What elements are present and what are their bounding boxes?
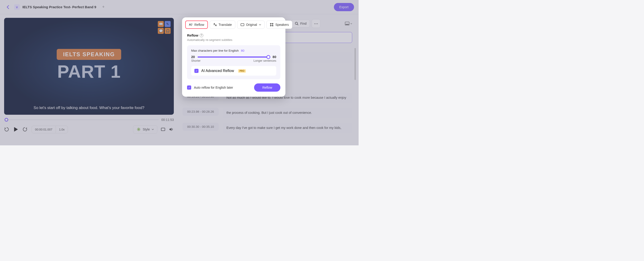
video-badge-chat-icon: 💬 bbox=[158, 28, 164, 34]
auto-reflow-label: Auto reflow for English later bbox=[194, 86, 233, 89]
svg-rect-0 bbox=[161, 128, 165, 131]
subtitle-row[interactable]: 00:23.98 - 00:28.26 the process of cooki… bbox=[182, 108, 352, 118]
help-icon[interactable]: ? bbox=[200, 34, 203, 37]
play-icon bbox=[13, 126, 18, 132]
video-preview[interactable]: 📖 ✎ 💬 🎧 IELTS SPEAKING PART 1 So let's s… bbox=[4, 18, 174, 115]
fullscreen-icon bbox=[161, 127, 165, 132]
popover-translate-tab[interactable]: Translate bbox=[210, 20, 235, 29]
more-button[interactable]: ⋯ bbox=[312, 19, 320, 28]
svg-text:A: A bbox=[189, 23, 191, 26]
popover-translate-tab-label: Translate bbox=[219, 23, 232, 26]
reflow-submit-button[interactable]: Reflow bbox=[254, 83, 280, 92]
add-button[interactable]: + bbox=[101, 4, 106, 9]
current-time-value[interactable]: 00:00:01.007 bbox=[32, 126, 56, 133]
reflow-icon: A bbox=[189, 23, 192, 26]
style-flower-icon: ✳️ bbox=[136, 127, 141, 131]
rewind-icon bbox=[4, 127, 9, 132]
slider-max-label: Longer sentences bbox=[254, 59, 276, 62]
app-logo: v bbox=[14, 4, 20, 10]
popover-title: Reflow bbox=[187, 33, 198, 37]
caption-view-toggle[interactable] bbox=[345, 22, 352, 25]
ai-reflow-row: ✓ AI Advanced Reflow PRO bbox=[191, 66, 276, 76]
subtitle-timestamp[interactable]: 00:23.98 - 00:28.26 bbox=[182, 108, 219, 116]
slider-end-labels: Shorter Longer sentences bbox=[191, 59, 276, 62]
slider-row: 20 80 bbox=[191, 55, 276, 59]
popover-original-tab-label: Original bbox=[246, 23, 257, 26]
style-button-label: Style bbox=[143, 128, 150, 131]
scrollbar[interactable] bbox=[354, 48, 356, 80]
svg-rect-9 bbox=[271, 24, 272, 25]
pro-badge: PRO bbox=[238, 69, 246, 73]
project-title[interactable]: IELTS Speaking Practice Test- Perfect Ba… bbox=[22, 5, 96, 9]
slider-current-value: 80 bbox=[241, 49, 244, 52]
subtitle-row[interactable]: 00:30.30 - 00:35.10 Every day I've got t… bbox=[182, 123, 352, 133]
find-button-label: Find bbox=[300, 22, 306, 25]
slider-track[interactable] bbox=[198, 56, 270, 58]
chevron-down-icon bbox=[350, 23, 352, 24]
video-badge-headphones-icon: 🎧 bbox=[165, 28, 170, 34]
caption-view-icon bbox=[345, 22, 350, 25]
subtitle-timestamp[interactable]: 00:30.30 - 00:35.10 bbox=[182, 123, 219, 131]
forward-button[interactable] bbox=[22, 127, 28, 132]
video-pill: IELTS SPEAKING bbox=[57, 49, 121, 60]
volume-button[interactable] bbox=[169, 127, 174, 132]
popover-reflow-tab[interactable]: A Reflow bbox=[185, 20, 208, 29]
auto-reflow-checkbox[interactable]: ✓ bbox=[187, 85, 191, 90]
slider-thumb[interactable] bbox=[266, 55, 270, 59]
slider-min-value: 20 bbox=[191, 55, 195, 59]
more-icon: ⋯ bbox=[314, 21, 318, 26]
svg-rect-6 bbox=[346, 24, 349, 25]
popover-speakers-tab-label: Speakers bbox=[275, 23, 289, 26]
chevron-down-icon bbox=[259, 24, 261, 25]
popover-body: Reflow ? Automatically re-segment subtit… bbox=[182, 31, 286, 79]
slider-label: Max characters per line for English 80 bbox=[191, 49, 276, 52]
popover-original-tab[interactable]: Original bbox=[237, 20, 264, 29]
main-layout: 📖 ✎ 💬 🎧 IELTS SPEAKING PART 1 So let's s… bbox=[0, 14, 358, 145]
timeline-duration: 00:11:53 bbox=[162, 118, 174, 122]
fullscreen-button[interactable] bbox=[160, 127, 166, 132]
video-subtitle-overlay: So let's start off by talking about food… bbox=[4, 106, 174, 110]
video-badge-pen-icon: ✎ bbox=[165, 21, 170, 27]
timeline: 00:11:53 bbox=[4, 118, 174, 122]
playback-speed-value[interactable]: 1.0x bbox=[56, 126, 68, 133]
timeline-track[interactable] bbox=[4, 119, 159, 120]
back-button[interactable] bbox=[4, 4, 11, 10]
slider-max-value: 80 bbox=[272, 55, 276, 59]
subtitle-text[interactable]: the process of cooking. But I just cook … bbox=[223, 108, 352, 118]
popover-subtitle: Automatically re-segment subtitles bbox=[187, 38, 280, 42]
search-icon bbox=[295, 22, 298, 25]
chevron-down-icon bbox=[152, 129, 154, 130]
slider-min-label: Shorter bbox=[191, 59, 200, 62]
svg-rect-8 bbox=[241, 23, 244, 26]
ai-reflow-checkbox[interactable]: ✓ bbox=[194, 69, 198, 73]
popover-bottom-row: ✓ Auto reflow for English later Reflow bbox=[182, 79, 286, 92]
translate-icon bbox=[213, 23, 217, 26]
speakers-icon bbox=[270, 23, 274, 26]
timecode-box: 00:00:01.007 1.0x bbox=[32, 126, 68, 133]
style-button[interactable]: ✳️ Style bbox=[133, 125, 157, 133]
cc-icon bbox=[240, 23, 244, 26]
timeline-thumb[interactable] bbox=[4, 118, 8, 122]
subtitle-text[interactable]: Every day I've got to make sure I get my… bbox=[223, 123, 352, 133]
play-button[interactable] bbox=[13, 127, 18, 132]
video-panel: 📖 ✎ 💬 🎧 IELTS SPEAKING PART 1 So let's s… bbox=[0, 14, 178, 145]
slider-card: Max characters per line for English 80 2… bbox=[187, 45, 280, 79]
video-badge-grid: 📖 ✎ 💬 🎧 bbox=[158, 21, 170, 34]
ai-reflow-label: AI Advanced Reflow bbox=[201, 69, 234, 73]
header: v IELTS Speaking Practice Test- Perfect … bbox=[0, 0, 358, 14]
video-badge-book-icon: 📖 bbox=[158, 21, 164, 27]
rewind-button[interactable] bbox=[4, 127, 9, 132]
video-part-text: PART 1 bbox=[57, 63, 121, 80]
popover-title-row: Reflow ? bbox=[187, 33, 280, 37]
right-controls: ✳️ Style bbox=[133, 125, 174, 133]
chevron-left-icon bbox=[6, 5, 9, 9]
volume-icon bbox=[169, 127, 174, 132]
popover-reflow-tab-label: Reflow bbox=[194, 23, 204, 26]
popover-speakers-tab[interactable]: Speakers bbox=[266, 20, 292, 29]
export-button[interactable]: Export bbox=[334, 3, 354, 11]
video-title-overlay: IELTS SPEAKING PART 1 bbox=[57, 49, 121, 80]
forward-icon bbox=[23, 127, 27, 132]
find-button[interactable]: Find bbox=[291, 20, 310, 27]
svg-point-4 bbox=[295, 22, 298, 24]
reflow-popover: A Reflow Translate Original Speakers Ref… bbox=[182, 17, 286, 97]
